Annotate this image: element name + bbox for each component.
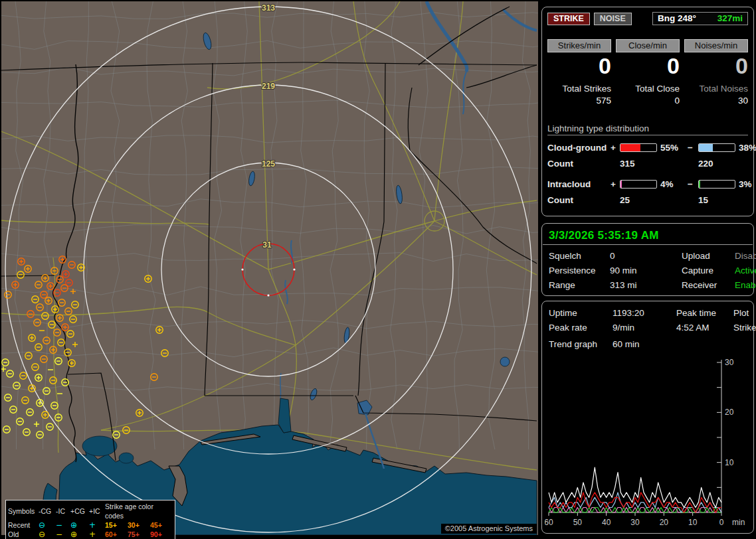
persistence-label: Persistence bbox=[549, 266, 610, 275]
recent-minus-icon: − bbox=[56, 520, 70, 530]
cg-plus-count: 315 bbox=[620, 159, 657, 169]
trend-plot-canvas: 6050403020100min102030 bbox=[545, 354, 751, 531]
ic-minus-pct: 3% bbox=[735, 179, 752, 189]
mode-toolbar: STRIKE NOISE Bng 248° 327mi bbox=[547, 12, 748, 25]
svg-text:10: 10 bbox=[725, 458, 734, 467]
squelch-value: 0 bbox=[610, 251, 682, 261]
noise-button[interactable]: NOISE bbox=[594, 13, 632, 25]
range-value: 313 mi bbox=[610, 280, 682, 290]
noises-per-min-chip: Noises/min bbox=[684, 39, 748, 52]
squelch-label: Squelch bbox=[549, 251, 610, 261]
counters-panel: STRIKE NOISE Bng 248° 327mi Strikes/min … bbox=[541, 7, 754, 216]
distribution-title: Lightning type distribution bbox=[547, 123, 748, 135]
legend-col-pcg: +CG bbox=[70, 506, 89, 516]
uptime-value: 1193:20 bbox=[613, 308, 676, 318]
strike-button[interactable]: STRIKE bbox=[547, 13, 590, 25]
age-75: 75+ bbox=[128, 530, 150, 539]
age-30: 30+ bbox=[128, 520, 150, 530]
ic-minus-count: 15 bbox=[698, 195, 735, 205]
app-window: 313 219 125 31 Symbols -CG -IC +CG +IC S… bbox=[0, 0, 756, 539]
cloud-ground-row: Cloud-ground + 55% − 38% bbox=[547, 143, 748, 153]
total-close-label: Total Close bbox=[616, 84, 680, 94]
strikes-per-min-chip: Strikes/min bbox=[547, 39, 611, 52]
ic-plus-pct: 4% bbox=[657, 179, 688, 189]
map-canvas: 313 219 125 31 bbox=[1, 1, 538, 535]
svg-text:min: min bbox=[732, 518, 745, 527]
trend-graph-value: 60 min bbox=[613, 339, 747, 349]
status-panel: 3/3/2026 5:35:19 AM Squelch 0 Upload Dis… bbox=[541, 223, 754, 296]
legend-col-pic: +IC bbox=[89, 506, 105, 516]
close-per-min-chip: Close/min bbox=[616, 39, 680, 52]
legend-header-row: Symbols -CG -IC +CG +IC Strike age color… bbox=[8, 502, 173, 520]
svg-text:60: 60 bbox=[545, 518, 553, 527]
ic-plus-bar bbox=[620, 180, 657, 189]
lightning-map[interactable]: 313 219 125 31 Symbols -CG -IC +CG +IC S… bbox=[1, 1, 538, 535]
legend-symbols-header: Symbols bbox=[8, 506, 39, 516]
plot-label: Plot bbox=[733, 308, 756, 318]
strikes-rate-value: 0 bbox=[547, 52, 611, 79]
age-90: 90+ bbox=[150, 530, 173, 539]
range-label: Range bbox=[549, 280, 610, 290]
ring-label-313: 313 bbox=[262, 3, 275, 13]
peak-rate-label: Peak rate bbox=[549, 323, 613, 333]
svg-text:30: 30 bbox=[630, 518, 640, 527]
cg-plus-bar bbox=[620, 143, 657, 152]
map-legend: Symbols -CG -IC +CG +IC Strike age color… bbox=[5, 500, 175, 539]
ic-plus-count: 25 bbox=[620, 195, 657, 205]
cg-plus-sign: + bbox=[611, 143, 620, 153]
copyright-text: ©2005 Astrogenic Systems bbox=[441, 524, 537, 534]
svg-text:30: 30 bbox=[725, 358, 734, 367]
close-rate-value: 0 bbox=[616, 52, 680, 79]
recent-circled-minus-icon: ⊖ bbox=[39, 520, 56, 530]
uptime-label: Uptime bbox=[549, 308, 613, 318]
cg-minus-sign: − bbox=[688, 143, 698, 153]
cg-plus-pct: 55% bbox=[657, 143, 688, 153]
peak-rate-value: 9/min bbox=[613, 323, 676, 333]
cg-minus-count: 220 bbox=[698, 159, 735, 169]
plot-value: Strike bbox=[733, 323, 756, 333]
total-noises-value: 30 bbox=[684, 96, 748, 106]
datetime-display: 3/3/2026 5:35:19 AM bbox=[549, 229, 747, 242]
legend-col-ncg: -CG bbox=[39, 506, 56, 516]
noises-rate-value: 0 bbox=[684, 52, 748, 79]
svg-text:40: 40 bbox=[602, 518, 611, 527]
recent-circled-plus-icon: ⊕ bbox=[70, 520, 89, 530]
receiver-label: Receiver bbox=[682, 280, 735, 290]
capture-status: Active bbox=[735, 266, 756, 275]
legend-old-row: Old ⊖ − ⊕ + 60+ 75+ 90+ bbox=[8, 530, 173, 539]
age-15: 15+ bbox=[105, 520, 128, 530]
intracloud-label: Intracloud bbox=[547, 179, 611, 189]
upload-status: Disabled bbox=[735, 251, 756, 261]
ic-minus-sign: − bbox=[688, 179, 698, 189]
cg-minus-pct: 38% bbox=[735, 143, 756, 153]
bearing-readout: Bng 248° 327mi bbox=[652, 12, 748, 25]
legend-old-label: Old bbox=[8, 530, 39, 539]
capture-label: Capture bbox=[682, 266, 735, 275]
bearing-value: Bng 248° bbox=[658, 13, 696, 23]
ic-plus-sign: + bbox=[611, 179, 620, 189]
age-60: 60+ bbox=[105, 530, 128, 539]
total-noises-label: Total Noises bbox=[684, 84, 748, 94]
bearing-distance: 327mi bbox=[717, 13, 743, 23]
old-minus-icon: − bbox=[56, 530, 70, 539]
datetime-divider bbox=[543, 244, 753, 245]
peak-time-label: Peak time bbox=[676, 308, 733, 318]
svg-text:50: 50 bbox=[573, 518, 583, 527]
svg-text:20: 20 bbox=[725, 408, 734, 417]
peak-time-value: 4:52 AM bbox=[676, 323, 733, 333]
svg-text:10: 10 bbox=[688, 518, 698, 527]
total-close-value: 0 bbox=[616, 96, 680, 106]
total-strikes-value: 575 bbox=[547, 96, 611, 106]
cg-minus-bar bbox=[698, 143, 735, 152]
session-panel: Uptime 1193:20 Peak time Plot Peak rate … bbox=[541, 301, 754, 534]
legend-col-nic: -IC bbox=[56, 506, 70, 516]
old-plus-icon: + bbox=[89, 530, 105, 539]
intracloud-count-row: Count 25 15 bbox=[547, 195, 748, 205]
total-strikes-label: Total Strikes bbox=[547, 84, 611, 94]
legend-recent-label: Recent bbox=[8, 520, 39, 530]
old-circled-minus-icon: ⊖ bbox=[39, 530, 56, 539]
persistence-value: 90 min bbox=[610, 266, 682, 275]
receiver-status: Enabled bbox=[735, 280, 756, 290]
recent-plus-icon: + bbox=[89, 520, 105, 530]
age-45: 45+ bbox=[150, 520, 173, 530]
